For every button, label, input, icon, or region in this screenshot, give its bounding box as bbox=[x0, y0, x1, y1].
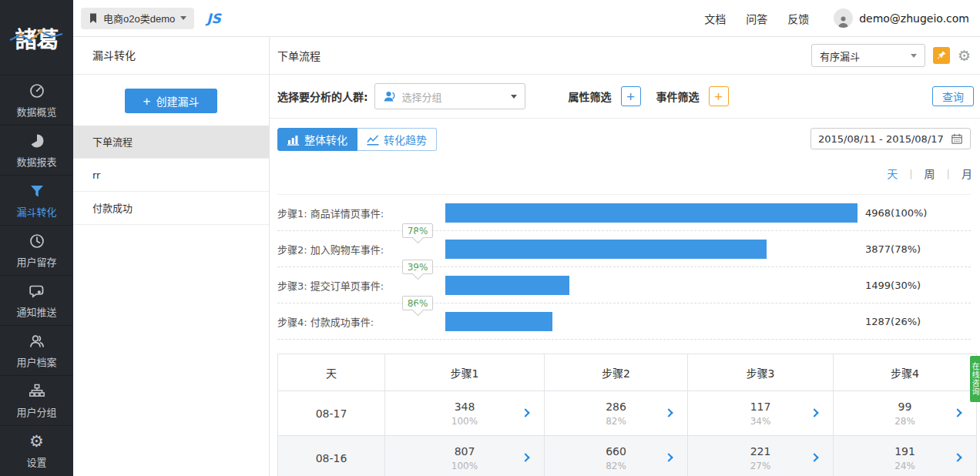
sidebar-item-label: 设置 bbox=[26, 454, 46, 469]
step-percent: 24% bbox=[834, 461, 976, 471]
panel-title: 漏斗转化 bbox=[73, 37, 269, 75]
hierarchy-icon bbox=[29, 383, 45, 400]
group-select-placeholder: 选择分组 bbox=[402, 89, 442, 104]
funnel-icon bbox=[29, 183, 45, 199]
tab-overall-conversion[interactable]: 整体转化 bbox=[277, 128, 357, 151]
funnel-type-value: 有序漏斗 bbox=[820, 49, 860, 63]
settings-gear-icon[interactable]: ⚙ bbox=[958, 49, 971, 63]
funnel-step-count: 1499(30%) bbox=[865, 280, 921, 291]
pin-button[interactable] bbox=[933, 47, 950, 64]
day-cell: 08-17 bbox=[278, 391, 385, 436]
create-funnel-button[interactable]: + 创建漏斗 bbox=[125, 89, 217, 113]
funnel-list-panel: 漏斗转化 + 创建漏斗 下单流程 rr 付款成功 bbox=[73, 37, 270, 476]
step-cell: 348 100% bbox=[385, 391, 545, 436]
tab-label: 转化趋势 bbox=[384, 132, 427, 147]
qa-link[interactable]: 问答 bbox=[746, 11, 767, 26]
funnel-type-select[interactable]: 有序漏斗 bbox=[811, 44, 925, 67]
funnel-bar[interactable] bbox=[445, 312, 552, 331]
conversion-rate-badge: 78% bbox=[402, 223, 433, 238]
funnel-chart: 步骤1: 商品详情页事件: 4968(100%) 78% 步骤2: 加入购物车事… bbox=[277, 194, 971, 340]
sidebar-item-settings[interactable]: ⚙ 设置 bbox=[0, 425, 73, 475]
date-range-value: 2015/08/11 - 2015/08/17 bbox=[818, 133, 944, 145]
chevron-down-icon bbox=[911, 54, 917, 58]
js-sdk-badge[interactable]: JS bbox=[206, 11, 221, 26]
topbar-right: 文档 问答 反馈 demo@zhugeio.com bbox=[684, 8, 969, 28]
sidebar-item-data-reports[interactable]: 数据报表 bbox=[0, 125, 73, 175]
funnel-divider: 78% bbox=[277, 230, 971, 231]
online-support-tab[interactable]: 在线咨询 bbox=[970, 356, 980, 402]
logo-linechart-icon bbox=[8, 28, 64, 46]
sidebar-item-label: 用户分组 bbox=[16, 404, 56, 419]
plus-icon: + bbox=[143, 95, 151, 108]
sidebar-item-push-notification[interactable]: 通知推送 bbox=[0, 275, 73, 325]
funnel-step-label: 步骤3: 提交订单页事件: bbox=[277, 278, 445, 293]
account-email: demo@zhugeio.com bbox=[859, 12, 969, 25]
granularity-month[interactable]: 月 bbox=[962, 166, 972, 181]
query-button[interactable]: 查询 bbox=[932, 86, 974, 106]
view-tabs: 整体转化 转化趋势 bbox=[277, 128, 437, 151]
funnel-step-count: 3877(78%) bbox=[865, 243, 921, 255]
step-percent: 34% bbox=[688, 416, 833, 427]
step-percent: 27% bbox=[688, 461, 833, 471]
sidebar-item-funnel-conversion[interactable]: 漏斗转化 bbox=[0, 175, 73, 225]
funnel-bar[interactable] bbox=[445, 240, 767, 259]
funnel-step-row: 步骤4: 付款成功事件: 1287(26%) bbox=[277, 303, 971, 339]
gauge-icon bbox=[29, 82, 45, 99]
person-icon bbox=[383, 90, 396, 103]
avatar bbox=[834, 8, 853, 28]
step-cell: 807 100% bbox=[385, 436, 545, 476]
column-header-step2: 步骤2 bbox=[545, 354, 688, 391]
funnel-list-item-payment-success[interactable]: 付款成功 bbox=[73, 192, 269, 225]
separator: | bbox=[909, 168, 912, 179]
step-cell: 117 34% bbox=[688, 391, 834, 436]
funnel-list-item-order-flow[interactable]: 下单流程 bbox=[73, 126, 269, 159]
funnel-bar-track bbox=[445, 203, 858, 223]
sidebar-item-label: 通知推送 bbox=[16, 304, 56, 319]
funnel-divider: 86% bbox=[277, 303, 971, 303]
sidebar-item-data-overview[interactable]: 数据概览 bbox=[0, 75, 73, 125]
clock-icon bbox=[29, 233, 45, 250]
step-cell: 286 82% bbox=[545, 391, 688, 436]
add-attribute-filter-button[interactable]: + bbox=[621, 86, 641, 106]
sidebar-item-user-groups[interactable]: 用户分组 bbox=[0, 375, 73, 425]
add-event-filter-button[interactable]: + bbox=[709, 86, 729, 106]
sidebar-item-user-retention[interactable]: 用户留存 bbox=[0, 225, 73, 275]
step-percent: 28% bbox=[834, 416, 976, 427]
zhuge-logo[interactable]: 諸葛 bbox=[0, 0, 73, 75]
sidebar-item-user-profiles[interactable]: 用户档案 bbox=[0, 325, 73, 375]
granularity-day[interactable]: 天 bbox=[887, 166, 898, 181]
sidebar-item-label: 用户留存 bbox=[16, 254, 56, 269]
event-filter-label: 事件筛选 bbox=[656, 89, 700, 104]
funnel-bar[interactable] bbox=[445, 276, 569, 295]
chat-icon bbox=[29, 283, 45, 300]
tab-conversion-trend[interactable]: 转化趋势 bbox=[357, 128, 437, 151]
table-row: 08-16 807 100% 660 82% 221 27% bbox=[278, 436, 977, 476]
step-count: 807 bbox=[385, 445, 544, 458]
account-menu[interactable]: demo@zhugeio.com bbox=[834, 8, 969, 28]
sidebar-item-label: 漏斗转化 bbox=[16, 204, 56, 219]
tab-label: 整体转化 bbox=[304, 132, 347, 147]
project-selector[interactable]: 电商o2o类demo bbox=[81, 8, 194, 29]
date-range-picker[interactable]: 2015/08/11 - 2015/08/17 bbox=[811, 128, 971, 149]
step-cell: 191 24% bbox=[834, 436, 977, 476]
conversion-rate-badge: 86% bbox=[402, 296, 433, 310]
column-header-step3: 步骤3 bbox=[688, 354, 834, 391]
granularity-week[interactable]: 周 bbox=[925, 166, 935, 181]
project-name: 电商o2o类demo bbox=[103, 11, 175, 25]
group-select[interactable]: 选择分组 bbox=[374, 83, 525, 109]
docs-link[interactable]: 文档 bbox=[704, 11, 726, 26]
step-cell: 221 27% bbox=[688, 436, 834, 476]
step-percent: 100% bbox=[385, 416, 544, 427]
funnel-step-label: 步骤1: 商品详情页事件: bbox=[277, 206, 445, 220]
funnel-bar-track bbox=[445, 312, 858, 331]
main-sidebar: 諸葛 数据概览 数据报表 bbox=[0, 0, 73, 476]
funnel-list-item-rr[interactable]: rr bbox=[73, 159, 269, 192]
funnel-step-count: 4968(100%) bbox=[865, 207, 927, 219]
header-controls: 有序漏斗 ⚙ bbox=[811, 44, 971, 67]
funnel-step-count: 1287(26%) bbox=[865, 316, 921, 327]
feedback-link[interactable]: 反馈 bbox=[787, 11, 809, 26]
day-cell: 08-16 bbox=[278, 436, 385, 476]
funnel-bar[interactable] bbox=[445, 203, 858, 223]
calendar-icon bbox=[951, 132, 963, 145]
funnel-bar-track bbox=[445, 276, 858, 295]
